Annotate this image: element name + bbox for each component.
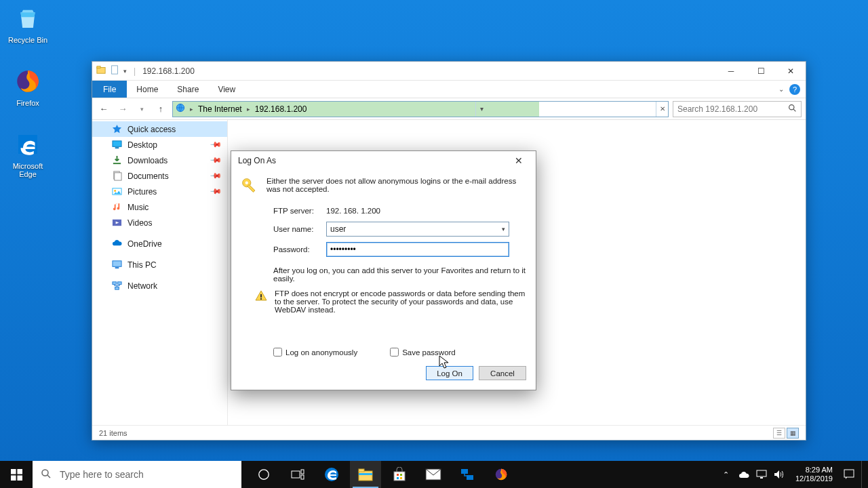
sidebar-item-onedrive[interactable]: OneDrive (92, 236, 227, 251)
svg-rect-38 (359, 469, 364, 472)
sidebar-item-network[interactable]: Network (92, 278, 227, 293)
pin-icon: 📌 (209, 185, 222, 198)
ribbon-tab-view[interactable]: View (208, 81, 245, 98)
taskbar-app-store[interactable] (384, 461, 415, 488)
sidebar-item-videos[interactable]: Videos (92, 215, 227, 230)
breadcrumb-current[interactable]: 192.168.1.200 (255, 104, 307, 114)
address-bar[interactable]: ▸ The Internet ▸ 192.168.1.200 ▾ ✕ (172, 101, 669, 117)
minimize-button[interactable]: ─ (716, 62, 746, 81)
help-icon[interactable]: ? (789, 84, 800, 95)
show-desktop-button[interactable] (861, 461, 865, 488)
ftp-server-value: 192. 168. 1.200 (326, 207, 380, 215)
cursor-icon (439, 355, 450, 370)
svg-rect-33 (292, 471, 300, 478)
svg-rect-34 (301, 470, 304, 474)
dialog-warning-text: FTP does not encrypt or encode passwords… (275, 289, 526, 314)
nav-up-button[interactable]: ↑ (153, 102, 168, 117)
taskbar-app-mail[interactable] (418, 461, 449, 488)
svg-rect-46 (461, 469, 468, 474)
cortana-button[interactable] (248, 461, 279, 488)
task-view-button[interactable] (282, 461, 313, 488)
volume-tray-icon[interactable] (774, 469, 785, 480)
desktop-icon-label: Firefox (3, 99, 52, 107)
svg-rect-35 (301, 475, 304, 479)
ribbon-tab-file[interactable]: File (92, 81, 127, 98)
music-icon (111, 202, 122, 213)
address-stop-button[interactable]: ✕ (656, 102, 668, 117)
svg-rect-40 (394, 472, 405, 481)
ribbon-tab-home[interactable]: Home (127, 81, 167, 98)
sidebar-item-desktop[interactable]: Desktop 📌 (92, 137, 227, 152)
chevron-down-icon[interactable]: ▾ (502, 226, 505, 232)
sidebar-item-this-pc[interactable]: This PC (92, 257, 227, 272)
username-input[interactable]: user ▾ (326, 222, 509, 237)
taskbar-app-firefox[interactable] (486, 461, 517, 488)
nav-recent-dropdown[interactable]: ▾ (134, 102, 149, 117)
svg-rect-50 (760, 477, 763, 479)
password-input[interactable] (326, 242, 509, 257)
nav-back-button[interactable]: ← (96, 102, 111, 117)
this-pc-icon (111, 260, 122, 270)
taskbar-app-edge[interactable] (316, 461, 347, 488)
address-dropdown-button[interactable]: ▾ (475, 102, 488, 117)
logon-button[interactable]: Log On (426, 366, 473, 380)
system-tray[interactable]: ⌃ 8:29 AM 12/18/2019 (721, 461, 868, 488)
cancel-button[interactable]: Cancel (479, 366, 526, 380)
svg-rect-23 (248, 184, 255, 192)
titlebar-dropdown-icon[interactable]: ▾ (123, 68, 127, 75)
quick-doc-icon[interactable] (110, 65, 119, 77)
svg-line-7 (793, 109, 795, 111)
anon-checkbox[interactable]: Log on anonymously (273, 348, 357, 357)
svg-rect-41 (397, 474, 399, 476)
sidebar-quick-access[interactable]: Quick access (92, 121, 227, 137)
desktop-icon-firefox[interactable]: Firefox (3, 66, 52, 107)
svg-rect-44 (400, 477, 402, 479)
svg-rect-28 (11, 475, 16, 481)
pin-icon: 📌 (209, 169, 222, 182)
network-tray-icon[interactable] (756, 469, 767, 480)
breadcrumb-root[interactable]: The Internet (198, 104, 242, 114)
view-icons-button[interactable]: ▦ (787, 428, 799, 439)
close-button[interactable]: ✕ (776, 62, 806, 81)
svg-point-32 (259, 470, 269, 479)
edge-icon (13, 129, 43, 159)
key-icon (241, 177, 260, 197)
ribbon-expand-icon[interactable]: ⌄ (778, 85, 784, 93)
titlebar[interactable]: ▾ | 192.168.1.200 ─ ☐ ✕ (92, 62, 806, 81)
tray-overflow-icon[interactable]: ⌃ (721, 469, 732, 480)
chevron-right-icon[interactable]: ▸ (188, 106, 195, 113)
statusbar: 21 items ☰ ▦ (92, 425, 806, 440)
pin-icon: 📌 (209, 154, 222, 167)
taskbar-search-input[interactable]: Type here to search (33, 461, 241, 488)
desktop-icon-label: Recycle Bin (3, 36, 52, 44)
desktop-icon-edge[interactable]: Microsoft Edge (3, 129, 52, 178)
sidebar-item-documents[interactable]: Documents 📌 (92, 168, 227, 184)
action-center-icon[interactable] (844, 469, 854, 480)
ribbon: File Home Share View ⌄ ? (92, 81, 806, 98)
desktop-icon-recycle-bin[interactable]: Recycle Bin (3, 3, 52, 44)
sidebar: Quick access Desktop 📌 Downloads 📌 Docum… (92, 120, 228, 425)
sidebar-item-downloads[interactable]: Downloads 📌 (92, 152, 227, 168)
maximize-button[interactable]: ☐ (746, 62, 776, 81)
start-button[interactable] (0, 461, 33, 488)
view-details-button[interactable]: ☰ (773, 428, 785, 439)
dialog-message: Either the server does not allow anonymo… (267, 177, 526, 197)
sidebar-item-pictures[interactable]: Pictures 📌 (92, 184, 227, 199)
taskbar-app-connect[interactable] (452, 461, 483, 488)
taskbar-app-explorer[interactable] (350, 461, 381, 488)
dialog-close-button[interactable]: ✕ (509, 155, 529, 166)
clock[interactable]: 8:29 AM 12/18/2019 (791, 466, 837, 483)
svg-rect-29 (17, 475, 22, 481)
chevron-right-icon[interactable]: ▸ (245, 106, 252, 113)
username-label: User name: (273, 225, 326, 233)
recycle-bin-icon (13, 3, 43, 33)
desktop-icon (111, 140, 122, 150)
search-input[interactable]: Search 192.168.1.200 (673, 101, 802, 117)
svg-rect-42 (400, 474, 402, 476)
sidebar-item-music[interactable]: Music (92, 199, 227, 215)
nav-forward-button[interactable]: → (115, 102, 130, 117)
onedrive-tray-icon[interactable] (738, 469, 749, 480)
videos-icon (111, 218, 122, 228)
ribbon-tab-share[interactable]: Share (167, 81, 208, 98)
firefox-icon (13, 66, 43, 96)
